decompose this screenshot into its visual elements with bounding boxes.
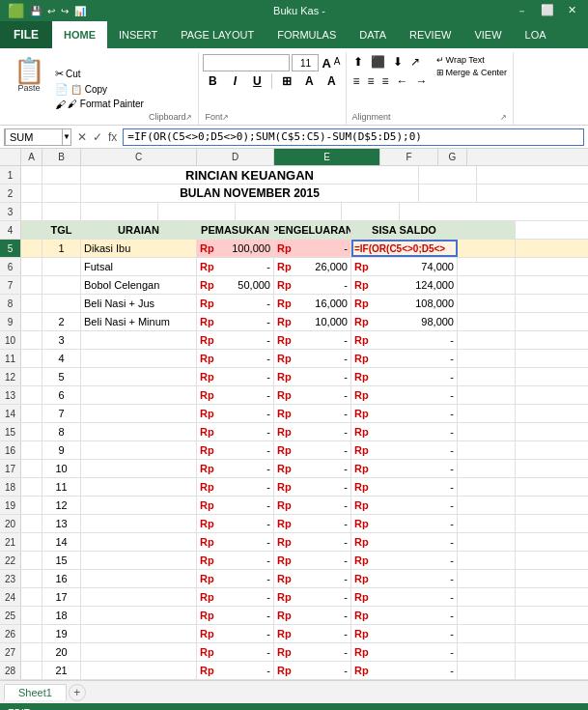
cell-D21[interactable]: Rp - <box>197 533 274 551</box>
cell-E17[interactable]: Rp - <box>274 460 351 477</box>
cell-C3[interactable] <box>81 203 158 220</box>
col-header-B[interactable]: B <box>42 149 81 165</box>
cell-E23[interactable]: Rp - <box>274 570 351 587</box>
italic-button[interactable]: I <box>225 73 244 89</box>
cell-G10[interactable] <box>458 331 516 349</box>
cell-B27[interactable]: 20 <box>42 643 81 661</box>
underline-button[interactable]: U <box>247 73 266 89</box>
cell-B12[interactable]: 5 <box>42 368 81 385</box>
cell-B28[interactable]: 21 <box>42 662 81 679</box>
align-bottom-button[interactable]: ⬇ <box>390 54 406 70</box>
cell-G21[interactable] <box>458 533 516 551</box>
add-sheet-button[interactable]: + <box>69 684 86 701</box>
formula-input[interactable] <box>123 128 584 146</box>
cell-D18[interactable]: Rp - <box>197 478 274 496</box>
border-button[interactable]: ⊞ <box>277 73 296 89</box>
cell-F5[interactable]: =IF(OR(C5<>0;D5<> <box>351 240 458 257</box>
cell-A24[interactable] <box>21 588 42 606</box>
cell-B5[interactable]: 1 <box>42 240 81 257</box>
cell-B21[interactable]: 14 <box>42 533 81 551</box>
cell-C20[interactable] <box>81 515 197 532</box>
cell-D27[interactable]: Rp - <box>197 643 274 661</box>
cell-F6[interactable]: Rp 74,000 <box>351 258 458 275</box>
cell-D15[interactable]: Rp - <box>197 423 274 440</box>
cell-G26[interactable] <box>458 625 516 642</box>
cell-D28[interactable]: Rp - <box>197 662 274 679</box>
cell-B19[interactable]: 12 <box>42 497 81 514</box>
cell-E16[interactable]: Rp - <box>274 441 351 459</box>
cell-B15[interactable]: 8 <box>42 423 81 440</box>
cell-E21[interactable]: Rp - <box>274 533 351 551</box>
cell-D6[interactable]: Rp - <box>197 258 274 275</box>
cell-F10[interactable]: Rp - <box>351 331 458 349</box>
cell-A26[interactable] <box>21 625 42 642</box>
cell-A18[interactable] <box>21 478 42 496</box>
cell-E26[interactable]: Rp - <box>274 625 351 642</box>
cell-C13[interactable] <box>81 386 197 404</box>
cell-F13[interactable]: Rp - <box>351 386 458 404</box>
cell-E11[interactable]: Rp - <box>274 350 351 367</box>
cell-A10[interactable] <box>21 331 42 349</box>
clipboard-expand-icon[interactable]: ↗ <box>185 113 192 122</box>
cell-G22[interactable] <box>458 552 516 569</box>
cell-B6[interactable] <box>42 258 81 275</box>
name-box[interactable]: SUM <box>5 128 63 146</box>
cell-A27[interactable] <box>21 643 42 661</box>
cell-A19[interactable] <box>21 497 42 514</box>
cell-C17[interactable] <box>81 460 197 477</box>
cell-D22[interactable]: Rp - <box>197 552 274 569</box>
cell-E28[interactable]: Rp - <box>274 662 351 679</box>
indent-increase-button[interactable]: → <box>413 73 431 89</box>
cell-A12[interactable] <box>21 368 42 385</box>
cell-E14[interactable]: Rp - <box>274 405 351 422</box>
cell-C8[interactable]: Beli Nasi + Jus <box>81 295 197 312</box>
bold-button[interactable]: B <box>203 73 222 89</box>
insert-function-icon[interactable]: fx <box>106 130 119 144</box>
cell-B8[interactable] <box>42 295 81 312</box>
cell-G27[interactable] <box>458 643 516 661</box>
cell-E12[interactable]: Rp - <box>274 368 351 385</box>
cell-title2[interactable]: BULAN NOVEMBER 2015 <box>81 185 419 202</box>
cell-A28[interactable] <box>21 662 42 679</box>
align-middle-button[interactable]: ⬛ <box>368 54 388 70</box>
cell-C7[interactable]: Bobol Celengan <box>81 276 197 294</box>
cell-D4[interactable]: PEMASUKAN <box>197 221 274 239</box>
cell-F2[interactable] <box>419 185 477 202</box>
cell-C24[interactable] <box>81 588 197 606</box>
cell-G6[interactable] <box>458 258 516 275</box>
cell-D3[interactable] <box>158 203 236 220</box>
col-header-C[interactable]: C <box>81 149 197 165</box>
cell-G20[interactable] <box>458 515 516 532</box>
cell-C5[interactable]: Dikasi Ibu <box>81 240 197 257</box>
alignment-expand-icon[interactable]: ↗ <box>500 113 507 122</box>
cell-A2[interactable] <box>21 185 42 202</box>
cell-A8[interactable] <box>21 295 42 312</box>
font-increase-button[interactable]: A <box>321 56 331 71</box>
cell-F23[interactable]: Rp - <box>351 570 458 587</box>
cell-D19[interactable]: Rp - <box>197 497 274 514</box>
cell-A1[interactable] <box>21 166 42 184</box>
cell-C19[interactable] <box>81 497 197 514</box>
cell-C15[interactable] <box>81 423 197 440</box>
tab-review[interactable]: REVIEW <box>398 21 462 48</box>
cell-F15[interactable]: Rp - <box>351 423 458 440</box>
cell-F16[interactable]: Rp - <box>351 441 458 459</box>
confirm-formula-icon[interactable]: ✓ <box>91 130 104 144</box>
cell-A7[interactable] <box>21 276 42 294</box>
cell-A6[interactable] <box>21 258 42 275</box>
cell-E20[interactable]: Rp - <box>274 515 351 532</box>
cell-B13[interactable]: 6 <box>42 386 81 404</box>
cell-A15[interactable] <box>21 423 42 440</box>
cell-B14[interactable]: 7 <box>42 405 81 422</box>
indent-decrease-button[interactable]: ← <box>394 73 411 89</box>
cell-A17[interactable] <box>21 460 42 477</box>
cell-F3[interactable] <box>342 203 400 220</box>
cell-E22[interactable]: Rp - <box>274 552 351 569</box>
font-name-input[interactable] <box>203 54 290 71</box>
cell-D24[interactable]: Rp - <box>197 588 274 606</box>
cell-F1[interactable] <box>419 166 477 184</box>
cell-F8[interactable]: Rp 108,000 <box>351 295 458 312</box>
col-header-F[interactable]: F <box>380 149 438 165</box>
cell-G24[interactable] <box>458 588 516 606</box>
cell-C12[interactable] <box>81 368 197 385</box>
